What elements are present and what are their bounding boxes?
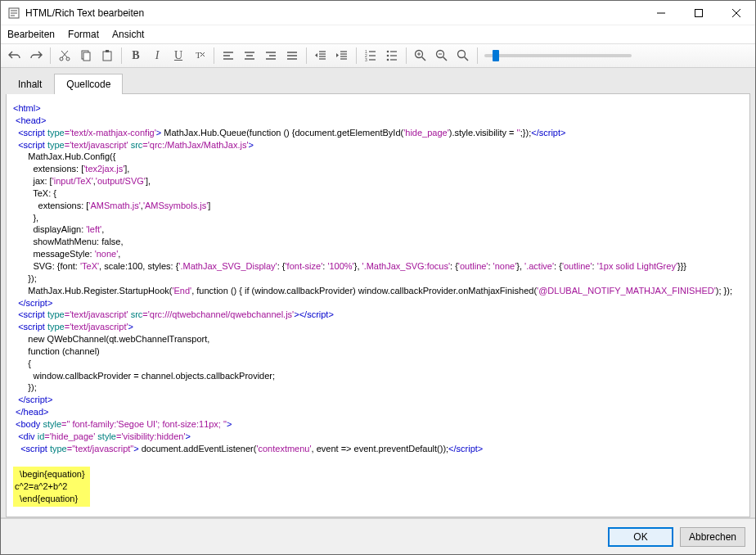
code-text: '.active'	[524, 261, 554, 271]
code-text: >	[186, 431, 191, 441]
tab-content[interactable]: Inhalt	[6, 74, 54, 94]
align-justify-button[interactable]	[281, 45, 303, 66]
zoom-reset-button[interactable]	[452, 45, 474, 66]
svg-line-11	[61, 51, 67, 57]
code-text: <head>	[16, 115, 46, 125]
code-text: messageStyle:	[13, 249, 95, 259]
code-text: type	[45, 128, 65, 138]
redo-button[interactable]	[25, 45, 47, 66]
unordered-list-button[interactable]	[381, 45, 403, 66]
code-text: ],	[146, 176, 151, 186]
menu-view[interactable]: Ansicht	[112, 29, 144, 40]
code-text: },	[354, 261, 362, 271]
code-text: ],	[124, 164, 129, 174]
paste-button[interactable]	[97, 45, 118, 66]
code-text: <script	[18, 140, 45, 150]
code-text: ]	[208, 201, 210, 210]
code-text: ='text/javascript'	[65, 309, 128, 319]
window-controls	[642, 1, 755, 25]
code-text: function (channel)	[13, 346, 100, 356]
svg-rect-15	[106, 50, 109, 52]
tab-source[interactable]: Quellcode	[54, 74, 123, 94]
code-text: </head>	[16, 407, 48, 417]
svg-rect-13	[83, 52, 90, 61]
svg-point-9	[66, 57, 70, 61]
copy-button[interactable]	[75, 45, 97, 66]
svg-point-45	[387, 51, 389, 53]
code-text: '@DLUBAL_NOTIFY_MATHJAX_FINISHED'	[537, 286, 716, 296]
menu-format[interactable]: Format	[68, 29, 99, 40]
code-text: });	[13, 273, 37, 283]
source-code-editor[interactable]: <html> <head> <script type='text/x-mathj…	[6, 93, 750, 517]
code-text: ,	[101, 224, 104, 234]
code-text: type	[45, 322, 65, 332]
separator	[50, 47, 51, 64]
code-text: 'hide_page'	[403, 128, 449, 138]
code-text: 'tex2jax.js'	[83, 164, 124, 174]
code-text: <script	[20, 444, 47, 453]
code-text: , event => event.preventDefault());	[312, 444, 449, 453]
menu-edit[interactable]: Bearbeiten	[7, 29, 55, 40]
slider-thumb[interactable]	[493, 50, 499, 61]
code-text: document.addEventListener(	[139, 444, 257, 453]
maximize-button[interactable]	[680, 1, 718, 25]
code-text: TeX: {	[13, 188, 56, 198]
code-text: {	[13, 359, 31, 368]
separator	[121, 47, 122, 64]
code-text: MathJax.Hub.Queue(function () {document.…	[161, 128, 403, 138]
code-text: ='hide_page'	[44, 431, 95, 441]
svg-text:3: 3	[365, 57, 367, 62]
code-text: 'End'	[172, 286, 191, 296]
minimize-button[interactable]	[642, 1, 680, 25]
outdent-button[interactable]	[310, 45, 331, 66]
tab-container: Inhalt Quellcode <html> <head> <script t…	[1, 68, 755, 518]
code-text: type	[45, 309, 65, 319]
code-text: 'output/SVG'	[96, 176, 146, 186]
code-text: <body	[16, 419, 40, 429]
ok-button[interactable]: OK	[608, 527, 673, 547]
close-button[interactable]	[718, 1, 755, 25]
italic-button[interactable]: I	[146, 45, 168, 66]
zoom-in-button[interactable]	[410, 45, 431, 66]
separator	[477, 47, 478, 64]
code-text: \begin{equation}	[15, 469, 85, 479]
code-text: \end{equation}	[15, 494, 78, 503]
code-text: 'outline'	[562, 261, 592, 271]
code-text: ='text/x-mathjax-config'	[65, 128, 156, 138]
cut-button[interactable]	[54, 45, 75, 66]
svg-line-52	[422, 57, 426, 61]
code-text: },	[516, 261, 524, 271]
undo-button[interactable]	[4, 45, 25, 66]
code-text: <script	[18, 322, 45, 332]
underline-button[interactable]: U	[168, 45, 189, 66]
code-text: extensions: [	[13, 201, 88, 210]
align-center-button[interactable]	[239, 45, 260, 66]
separator	[306, 47, 307, 64]
align-right-button[interactable]	[260, 45, 281, 66]
code-text: >	[249, 140, 254, 150]
bold-button[interactable]: B	[125, 45, 146, 66]
code-text: ); });	[716, 286, 732, 296]
align-left-button[interactable]	[218, 45, 239, 66]
code-text: <script	[18, 309, 45, 319]
code-text: : {	[554, 261, 562, 271]
code-text: <script	[18, 128, 45, 138]
code-text: : {	[277, 261, 286, 271]
code-text: displayAlign:	[13, 224, 86, 234]
clear-format-button[interactable]: T	[189, 45, 210, 66]
cancel-button[interactable]: Abbrechen	[680, 527, 745, 547]
code-text: type	[45, 140, 65, 150]
ordered-list-button[interactable]: 123	[360, 45, 381, 66]
code-text: type	[47, 444, 67, 453]
zoom-out-button[interactable]	[431, 45, 452, 66]
code-text: 'outline'	[458, 261, 488, 271]
tabs: Inhalt Quellcode	[6, 73, 750, 93]
code-text: ='text/javascript'	[65, 322, 128, 332]
code-text: 'left'	[86, 224, 101, 234]
code-text: SVG: {font:	[13, 261, 80, 271]
code-text: ='qrc:///qtwebchannel/qwebchannel.js'	[142, 309, 294, 319]
code-text: src	[128, 140, 143, 150]
zoom-slider[interactable]	[484, 54, 632, 57]
code-text: '.MathJax_SVG:focus'	[362, 261, 451, 271]
indent-button[interactable]	[331, 45, 353, 66]
